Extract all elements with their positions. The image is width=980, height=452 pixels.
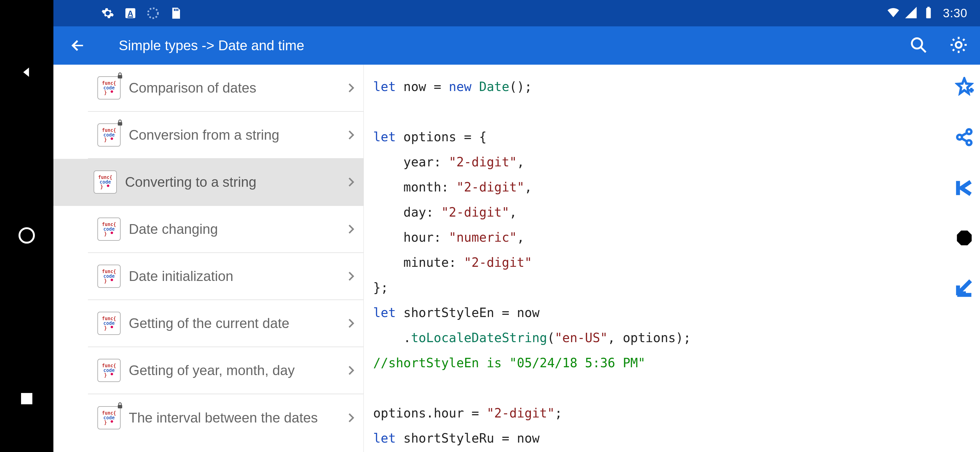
topic-item[interactable]: func{code} •Comparison of dates: [88, 65, 363, 112]
svg-line-28: [961, 133, 967, 136]
topic-item[interactable]: func{code} •The interval between the dat…: [88, 394, 363, 441]
topic-item[interactable]: func{code} •Date initialization: [88, 253, 363, 300]
svg-line-19: [963, 39, 965, 41]
svg-point-27: [967, 140, 972, 145]
app-bar: Simple types -> Date and time: [53, 26, 980, 65]
topic-label: Getting of year, month, day: [129, 363, 345, 378]
topic-label: Getting of the current date: [129, 316, 345, 331]
android-nav-bar: [0, 0, 53, 452]
code-snippet-icon: func{code} •: [97, 406, 121, 430]
lock-icon: [116, 119, 124, 127]
back-button[interactable]: [68, 36, 87, 55]
marker-button[interactable]: [955, 228, 974, 247]
sync-status-icon: [146, 6, 159, 20]
svg-rect-8: [927, 7, 929, 9]
topic-item[interactable]: func{code} •Getting of year, month, day: [88, 347, 363, 394]
svg-rect-21: [118, 122, 122, 125]
topic-item[interactable]: func{code} •Converting to a string: [53, 159, 363, 206]
topic-label: Converting to a string: [125, 174, 345, 190]
signal-icon: [904, 6, 918, 21]
topic-label: Date initialization: [129, 268, 345, 284]
svg-text:A: A: [127, 9, 133, 17]
svg-rect-7: [926, 8, 931, 18]
svg-line-10: [921, 47, 926, 52]
svg-rect-5: [176, 9, 177, 11]
topic-item[interactable]: func{code} •Getting of the current date: [88, 300, 363, 347]
code-snippet-icon: func{code} •: [97, 312, 121, 335]
svg-line-17: [963, 49, 965, 51]
topic-label: The interval between the dates: [129, 410, 345, 426]
svg-rect-20: [118, 75, 122, 78]
topic-label: Date changing: [129, 221, 345, 237]
sd-card-status-icon: [169, 6, 182, 20]
svg-rect-22: [118, 405, 122, 408]
chevron-right-icon: [345, 82, 357, 94]
topic-list: func{code} •Comparison of datesfunc{code…: [53, 65, 364, 452]
svg-line-16: [953, 39, 954, 41]
battery-icon: [921, 6, 935, 21]
svg-point-25: [958, 135, 962, 140]
svg-point-26: [967, 129, 972, 134]
code-actions: [948, 65, 980, 452]
code-snippet-icon: func{code} •: [97, 123, 121, 147]
nav-overview-button[interactable]: [17, 389, 36, 408]
topic-label: Conversion from a string: [129, 127, 345, 143]
code-snippet-icon: func{code} •: [94, 170, 117, 193]
status-time: 3:30: [943, 6, 967, 20]
svg-point-3: [148, 8, 158, 18]
code-view[interactable]: let now = new Date(); let options = { ye…: [364, 65, 948, 452]
nav-back-button[interactable]: [17, 63, 36, 82]
svg-line-29: [961, 138, 967, 141]
chevron-right-icon: [345, 365, 357, 376]
nav-home-button[interactable]: [17, 226, 36, 245]
wifi-icon: [886, 6, 900, 21]
chevron-right-icon: [345, 412, 357, 424]
settings-status-icon: [101, 6, 115, 20]
scroll-top-button[interactable]: [954, 178, 975, 198]
svg-rect-2: [127, 17, 133, 18]
lock-icon: [116, 72, 124, 79]
svg-point-9: [912, 38, 922, 49]
svg-point-11: [956, 42, 962, 48]
svg-rect-4: [174, 9, 175, 11]
favorite-button[interactable]: [954, 76, 975, 97]
topic-item[interactable]: func{code} •Date changing: [88, 206, 363, 253]
svg-rect-6: [177, 9, 178, 11]
code-snippet-icon: func{code} •: [97, 359, 121, 382]
code-snippet-icon: func{code} •: [97, 217, 121, 241]
chevron-right-icon: [345, 129, 357, 141]
share-button[interactable]: [954, 127, 975, 147]
page-title: Simple types -> Date and time: [119, 38, 304, 53]
svg-line-18: [953, 49, 954, 51]
code-snippet-icon: func{code} •: [97, 76, 121, 100]
scroll-bottom-button[interactable]: [954, 278, 975, 298]
chevron-right-icon: [345, 317, 357, 329]
lock-icon: [116, 402, 124, 409]
code-snippet-icon: func{code} •: [97, 265, 121, 288]
keyboard-status-icon: A: [124, 6, 137, 20]
topic-label: Comparison of dates: [129, 80, 345, 96]
chevron-right-icon: [345, 223, 357, 235]
chevron-right-icon: [345, 270, 357, 282]
status-bar: A 3:30: [53, 0, 980, 26]
settings-button[interactable]: [950, 36, 967, 55]
chevron-right-icon: [345, 176, 357, 188]
topic-item[interactable]: func{code} •Conversion from a string: [88, 112, 363, 159]
search-button[interactable]: [910, 36, 927, 55]
